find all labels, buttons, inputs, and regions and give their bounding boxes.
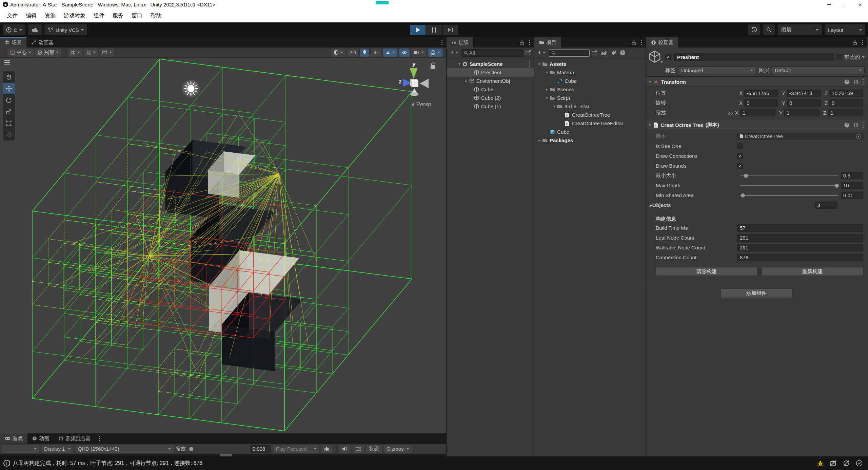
octree-component-header[interactable]: ▾ # Creat Octree Tree (脚本) ? [646, 120, 867, 130]
lock-open-icon[interactable] [519, 40, 524, 45]
cloud-button[interactable] [28, 24, 42, 35]
lock-open-icon[interactable] [631, 40, 636, 45]
menu-assets[interactable]: 资源 [41, 11, 59, 21]
scale-value-field[interactable]: 0.008 [250, 445, 271, 453]
rotation-z-field[interactable]: 0 [829, 99, 863, 107]
transform-menu[interactable] [863, 79, 864, 84]
scale-tool[interactable] [3, 106, 15, 117]
transform-header[interactable]: ▾ Transform ? [646, 77, 867, 87]
stats-toggle[interactable]: 状态 [366, 445, 382, 453]
tool-settings-dropdown[interactable] [100, 49, 114, 57]
script-object-field[interactable]: # CreatOctreeTree [737, 133, 863, 140]
hierarchy-panel-menu[interactable] [529, 40, 530, 45]
status-message[interactable]: 八叉树构建完成，耗时: 57 ms，叶子节点: 291，可通行节点: 291，连… [13, 460, 202, 467]
scene-panel-menu[interactable] [441, 40, 443, 45]
hierarchy-add-button[interactable]: + [449, 49, 459, 57]
min-shared-area-value-field[interactable]: 0.01 [841, 192, 863, 199]
gizmo-x-cone[interactable] [420, 79, 429, 88]
transform-tool[interactable] [3, 129, 15, 140]
project-row-scenes[interactable]: ▸ Scenes [534, 85, 646, 94]
add-component-button[interactable]: 添加组件 [721, 288, 792, 298]
gizmo-y-cone[interactable] [410, 68, 418, 79]
hierarchy-row-cube-2[interactable]: Cube (2) [447, 94, 534, 102]
menu-gameobject[interactable]: 游戏对象 [60, 11, 89, 21]
lock-open-icon[interactable] [852, 40, 857, 45]
layer-dropdown[interactable]: Default [772, 67, 865, 74]
account-button[interactable]: C [3, 24, 25, 35]
objects-row[interactable]: ▸ Objects 3 [646, 200, 867, 210]
menu-services[interactable]: 服务 [109, 11, 127, 21]
draw-bounds-checkbox[interactable]: ✓ [737, 163, 743, 169]
game-gizmos-dropdown[interactable]: Gizmos [384, 445, 412, 453]
step-button[interactable] [442, 25, 458, 35]
lighting-toggle[interactable] [360, 49, 369, 57]
scale-x-field[interactable]: 1 [740, 109, 775, 116]
build-time-field[interactable]: 57 [737, 224, 863, 232]
rotation-x-field[interactable]: 0 [744, 99, 778, 107]
pivot-mode-dropdown[interactable]: 中心 [8, 49, 34, 57]
gameobject-icon-button[interactable] [648, 50, 663, 64]
tab-scene[interactable]: 场景 [0, 37, 26, 48]
move-tool[interactable] [3, 83, 15, 94]
rect-tool[interactable] [3, 117, 15, 129]
tab-animation[interactable]: 动画 [27, 433, 54, 444]
project-row-prefab-cube[interactable]: Cube [534, 128, 646, 136]
project-row-creatoctreetree[interactable]: # CreatOctreeTree [534, 111, 646, 119]
position-x-field[interactable]: -6.911786 [744, 90, 778, 97]
scene-row-menu[interactable] [529, 61, 530, 67]
octree-component-menu[interactable] [863, 122, 864, 128]
is-see-one-checkbox[interactable] [737, 143, 743, 149]
position-y-field[interactable]: -3.847413 [787, 90, 821, 97]
unity-vcs-button[interactable]: Unity VCS [44, 24, 87, 35]
progress-ok-icon[interactable] [856, 460, 863, 467]
game-view-dropdown[interactable] [2, 445, 39, 453]
scene-viewport[interactable]: y z [0, 58, 446, 433]
hierarchy-row-presitent[interactable]: Presitent [447, 68, 534, 77]
search-by-label-icon[interactable] [611, 50, 616, 56]
open-in-window-icon[interactable] [526, 50, 532, 56]
project-row-scirpt[interactable]: ▾ Scirpt [534, 94, 646, 102]
foldout-arrow[interactable]: ▾ [457, 62, 462, 66]
help-icon[interactable]: ? [844, 123, 849, 128]
static-checkbox[interactable] [836, 54, 843, 60]
hierarchy-search-input[interactable]: All [461, 49, 524, 57]
resolution-dropdown[interactable]: QHD (2560x1440) [75, 445, 174, 453]
space-mode-dropdown[interactable]: 局部 [35, 49, 61, 57]
undo-history-button[interactable] [748, 24, 760, 35]
menu-edit[interactable]: 编辑 [22, 11, 40, 21]
gameobject-name-field[interactable]: Presitent [674, 53, 834, 61]
draw-mode-dropdown[interactable] [331, 49, 346, 57]
min-shared-area-slider[interactable] [740, 195, 838, 196]
tab-hierarchy[interactable]: 层级 [447, 37, 473, 48]
position-z-field[interactable]: 10.23159 [829, 90, 863, 97]
open-in-window-icon[interactable] [592, 50, 598, 56]
rotate-tool[interactable] [3, 94, 15, 106]
chevron-down-icon[interactable] [862, 56, 865, 58]
hidden-objects-toggle[interactable] [399, 49, 410, 57]
min-size-value-field[interactable]: 0.5 [841, 172, 863, 179]
connection-count-field[interactable]: 878 [737, 254, 863, 261]
project-row-packages[interactable]: ▸ Packages [534, 136, 646, 145]
project-row-material-cube[interactable]: Cube [534, 77, 646, 85]
cache-server-disconnected-icon[interactable] [830, 460, 837, 467]
vsync-button[interactable] [353, 445, 364, 453]
minimize-button[interactable] [821, 0, 837, 9]
rotation-y-field[interactable]: 0 [787, 99, 821, 107]
project-panel-menu[interactable] [641, 40, 642, 45]
tab-audio-mixer[interactable]: 音频混合器 [54, 433, 96, 444]
search-by-type-icon[interactable] [600, 50, 607, 56]
2d-toggle[interactable]: 2D [347, 49, 358, 57]
scene-visibility-gizmo-toggle[interactable] [428, 49, 442, 57]
tab-project[interactable]: 项目 [534, 37, 561, 48]
walkable-node-count-field[interactable]: 291 [737, 244, 863, 251]
foldout-arrow[interactable]: ▾ [649, 123, 651, 127]
foldout-arrow[interactable]: ▾ [552, 104, 557, 109]
min-size-slider[interactable] [740, 175, 838, 176]
play-button[interactable] [410, 25, 426, 35]
tab-game[interactable]: 游戏 [0, 433, 27, 444]
scale-y-field[interactable]: 1 [784, 109, 820, 116]
frame-debugger-button[interactable] [321, 445, 333, 453]
close-button[interactable]: × [852, 0, 868, 9]
hidden-packages-warning-icon[interactable] [620, 50, 626, 56]
project-row-creatoctreetreeeditor[interactable]: # CreatOctreeTreeEditor [534, 119, 646, 128]
